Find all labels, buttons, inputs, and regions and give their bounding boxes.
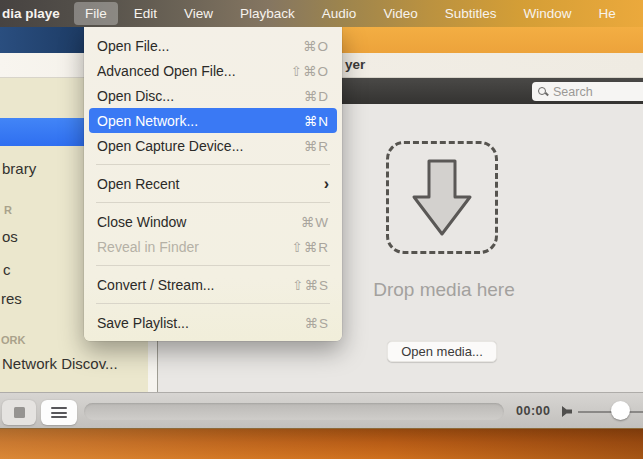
shortcut-label: ⇧⌘O <box>291 63 329 79</box>
sidebar-item-network-discovery[interactable]: Network Discov... <box>2 355 118 372</box>
menu-item-open-disc[interactable]: Open Disc... ⌘D <box>89 83 337 108</box>
time-display: 00:00 <box>516 404 550 418</box>
menubar-item-window[interactable]: Window <box>512 2 582 25</box>
shortcut-label: ⇧⌘S <box>292 277 329 293</box>
shortcut-label: ⌘D <box>304 88 329 104</box>
menu-separator <box>96 265 330 266</box>
sidebar-section-network: ORK <box>1 334 25 346</box>
menu-separator <box>96 303 330 304</box>
shortcut-label: ⌘N <box>304 113 329 129</box>
search-field[interactable] <box>532 82 643 101</box>
playback-control-bar: 00:00 <box>0 392 643 429</box>
file-menu-dropdown: Open File... ⌘O Advanced Open File... ⇧⌘… <box>84 27 342 341</box>
menu-item-advanced-open-file[interactable]: Advanced Open File... ⇧⌘O <box>89 58 337 83</box>
sidebar-item-videos[interactable]: os <box>2 228 18 245</box>
menubar-item-video[interactable]: Video <box>372 2 428 25</box>
open-media-button[interactable]: Open media... <box>387 341 497 362</box>
background-window-strip <box>0 27 90 53</box>
playlist-icon <box>51 407 67 409</box>
shortcut-label: ⌘R <box>304 138 329 154</box>
menu-item-open-capture-device[interactable]: Open Capture Device... ⌘R <box>89 133 337 158</box>
menubar-item-file[interactable]: File <box>74 2 118 25</box>
window-title: yer <box>345 57 365 72</box>
download-arrow-icon <box>411 158 473 238</box>
shortcut-label: ⌘W <box>301 214 329 230</box>
menubar-item-subtitles[interactable]: Subtitles <box>434 2 508 25</box>
menu-item-reveal-in-finder: Reveal in Finder ⇧⌘R <box>89 234 337 259</box>
search-icon <box>538 87 548 97</box>
macos-menubar: dia player File Edit View Playback Audio… <box>0 0 643 27</box>
shortcut-label: ⌘O <box>303 38 329 54</box>
menubar-item-view[interactable]: View <box>173 2 224 25</box>
sidebar-item-music[interactable]: c <box>3 261 11 278</box>
seek-bar[interactable] <box>84 403 504 420</box>
menubar-item-audio[interactable]: Audio <box>311 2 368 25</box>
shortcut-label: ⇧⌘R <box>291 239 329 255</box>
menubar-item-help[interactable]: He <box>587 2 626 25</box>
menu-item-convert-stream[interactable]: Convert / Stream... ⇧⌘S <box>89 272 337 297</box>
screen: yer brary R os c res ORK Network Discov.… <box>0 0 643 459</box>
sidebar-item-pictures[interactable]: res <box>1 290 22 307</box>
sidebar-item-library[interactable]: brary <box>2 160 36 177</box>
volume-slider-knob[interactable] <box>611 401 630 420</box>
drop-media-label: Drop media here <box>339 279 549 301</box>
submenu-chevron-icon: › <box>324 176 329 192</box>
menubar-item-playback[interactable]: Playback <box>229 2 306 25</box>
menu-item-save-playlist[interactable]: Save Playlist... ⌘S <box>89 310 337 335</box>
stop-icon <box>14 407 25 418</box>
menu-separator <box>96 164 330 165</box>
drop-media-zone[interactable] <box>386 141 498 254</box>
app-name: dia player <box>2 6 60 21</box>
menu-item-close-window[interactable]: Close Window ⌘W <box>89 209 337 234</box>
search-input[interactable] <box>553 85 643 99</box>
menu-item-open-network[interactable]: Open Network... ⌘N <box>89 108 337 133</box>
desktop-wallpaper-bottom <box>0 429 643 459</box>
shortcut-label: ⌘S <box>304 315 329 331</box>
menu-separator <box>96 202 330 203</box>
stop-button[interactable] <box>2 400 36 425</box>
playlist-button[interactable] <box>41 400 77 425</box>
menu-item-open-file[interactable]: Open File... ⌘O <box>89 33 337 58</box>
menu-item-open-recent[interactable]: Open Recent › <box>89 171 337 196</box>
sidebar-section-header: R <box>4 204 12 216</box>
volume-icon[interactable] <box>562 406 572 417</box>
menubar-item-edit[interactable]: Edit <box>123 2 168 25</box>
